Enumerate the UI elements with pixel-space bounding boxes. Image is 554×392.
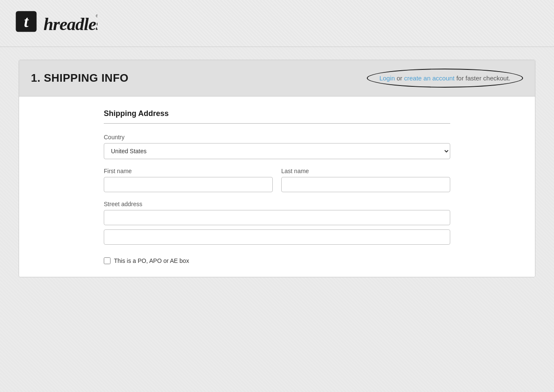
po-box-label[interactable]: This is a PO, APO or AE box xyxy=(114,257,189,264)
svg-text:t: t xyxy=(24,13,29,30)
login-link[interactable]: Login xyxy=(379,75,395,82)
last-name-input[interactable] xyxy=(281,177,450,192)
po-box-row: This is a PO, APO or AE box xyxy=(104,257,450,264)
main-content: 1. SHIPPING INFO Login or create an acco… xyxy=(10,60,544,277)
svg-text:®: ® xyxy=(96,14,97,18)
street-address-2-input[interactable] xyxy=(104,229,450,245)
first-name-input[interactable] xyxy=(104,177,273,192)
section-title: 1. SHIPPING INFO xyxy=(31,72,129,85)
country-select[interactable]: United States Canada United Kingdom Aust… xyxy=(104,143,450,159)
country-field-group: Country United States Canada United King… xyxy=(104,134,450,159)
country-label: Country xyxy=(104,134,450,141)
shipping-section: 1. SHIPPING INFO Login or create an acco… xyxy=(19,60,535,277)
svg-text:hreadless: hreadless xyxy=(44,14,97,34)
section-header: 1. SHIPPING INFO Login or create an acco… xyxy=(19,60,535,97)
prompt-suffix: for faster checkout. xyxy=(454,75,510,82)
form-area: Shipping Address Country United States C… xyxy=(19,97,535,277)
login-prompt-area: Login or create an account for faster ch… xyxy=(367,69,523,88)
form-section-header-group: Shipping Address xyxy=(104,109,450,124)
login-prompt-bubble: Login or create an account for faster ch… xyxy=(367,69,523,88)
street-address-input[interactable] xyxy=(104,210,450,225)
create-account-link[interactable]: create an account xyxy=(404,75,454,82)
or-text: or xyxy=(395,75,404,82)
site-header: t hreadless ® xyxy=(0,0,554,47)
form-section-title: Shipping Address xyxy=(104,109,450,118)
section-divider xyxy=(104,123,450,124)
first-name-field-group: First name xyxy=(104,168,273,192)
site-logo[interactable]: t hreadless ® xyxy=(13,8,97,39)
po-box-checkbox[interactable] xyxy=(104,257,111,264)
name-fields-row: First name Last name xyxy=(104,168,450,192)
first-name-label: First name xyxy=(104,168,273,174)
street-address-field-group: Street address xyxy=(104,201,450,249)
last-name-field-group: Last name xyxy=(281,168,450,192)
street-address-label: Street address xyxy=(104,201,450,207)
last-name-label: Last name xyxy=(281,168,450,174)
